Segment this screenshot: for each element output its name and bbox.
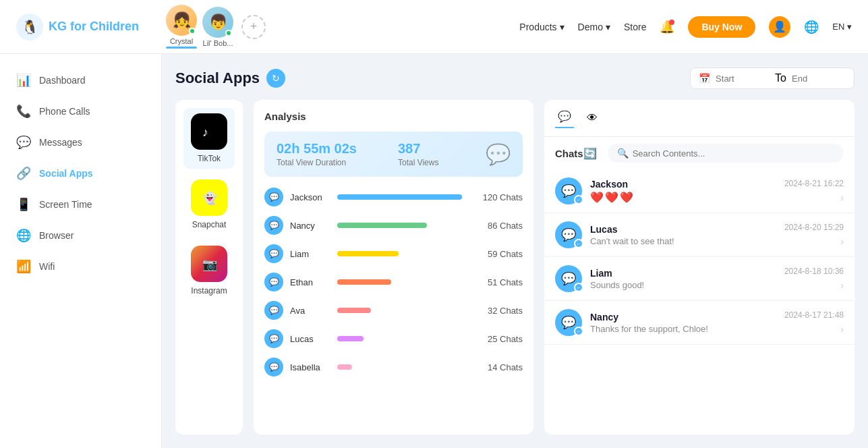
stat-duration: 02h 55m 02s Total View Duration — [277, 141, 357, 167]
bar-name: Nancy — [290, 221, 330, 231]
chats-header: Chats 🔄 🔍 — [544, 137, 855, 169]
sidebar-item-dashboard[interactable]: 📊 Dashboard — [0, 65, 161, 96]
date-end-input[interactable] — [792, 74, 846, 84]
page-title-wrap: Social Apps ↻ — [175, 69, 285, 88]
tiktok-icon: ♪ — [191, 113, 227, 150]
search-wrap: 🔍 — [608, 144, 844, 163]
screen-time-icon: 📱 — [16, 197, 31, 212]
refresh-button[interactable]: ↻ — [266, 69, 285, 88]
user-bob[interactable]: 👦 Lil' Bob... — [202, 7, 233, 47]
social-apps-icon: 🔗 — [16, 166, 31, 181]
globe-icon[interactable]: 🌐 — [804, 20, 819, 34]
logo[interactable]: 🐧 KG for Children — [16, 13, 139, 40]
chat-info: Jackson ❤️❤️❤️ — [590, 179, 776, 204]
progress-bar — [337, 194, 462, 200]
search-input[interactable] — [633, 148, 834, 159]
chat-meta: 2024-8-21 16:22 › — [784, 179, 844, 203]
app-item-instagram[interactable]: 📷 Instagram — [183, 240, 235, 301]
nav-right: Products ▾ Demo ▾ Store 🔔 Buy Now 👤 🌐 EN… — [519, 16, 852, 38]
chat-list-item[interactable]: 💬 ← Nancy Thanks for the support, Chloe!… — [544, 301, 855, 345]
sidebar-item-messages[interactable]: 💬 Messages — [0, 127, 161, 158]
chevron-right-icon: › — [840, 236, 844, 247]
messages-icon: 💬 — [16, 135, 31, 150]
sidebar-item-screen-time[interactable]: 📱 Screen Time — [0, 189, 161, 220]
views-value: 387 — [398, 141, 438, 157]
sidebar-item-browser[interactable]: 🌐 Browser — [0, 220, 161, 251]
date-range-picker[interactable]: 📅 To — [690, 67, 855, 89]
chat-bar-item: 💬 Ethan 51 Chats — [264, 273, 523, 291]
duration-label: Total View Duration — [277, 158, 357, 167]
dashboard-icon: 📊 — [16, 73, 31, 88]
main-layout: 📊 Dashboard 📞 Phone Calls 💬 Messages 🔗 S… — [0, 54, 868, 448]
language-selector[interactable]: EN ▾ — [832, 22, 852, 32]
duration-value: 02h 55m 02s — [277, 141, 357, 157]
chat-info: Nancy Thanks for the support, Chloe! — [590, 312, 776, 334]
demo-nav[interactable]: Demo ▾ — [578, 22, 610, 32]
calendar-icon: 📅 — [699, 73, 710, 84]
chat-time: 2024-8-21 16:22 — [784, 179, 844, 188]
notification-bell[interactable]: 🔔 — [660, 20, 674, 34]
panels: ♪ TikTok 👻 Snapchat 📷 Instagram — [175, 100, 855, 435]
tab-monitor[interactable]: 👁 — [582, 108, 602, 128]
chat-preview: ❤️❤️❤️ — [590, 191, 776, 204]
bar-name: Isabella — [290, 362, 330, 372]
date-separator: To — [775, 72, 786, 84]
chat-list-item[interactable]: 💬 ← Lucas Can't wait to see that! 2024-8… — [544, 213, 855, 257]
chat-list-item[interactable]: 💬 ← Jackson ❤️❤️❤️ 2024-8-21 16:22 › — [544, 169, 855, 213]
bar-wrap — [337, 308, 462, 313]
user-crystal[interactable]: 👧 Crystal — [166, 5, 197, 49]
chevron-right-icon: › — [840, 280, 844, 291]
apps-panel: ♪ TikTok 👻 Snapchat 📷 Instagram — [175, 100, 243, 435]
chat-bar-item: 💬 Isabella 14 Chats — [264, 358, 523, 376]
heart-icons: ❤️❤️❤️ — [590, 192, 635, 203]
chats-label: Chats — [555, 148, 583, 159]
logo-icon: 🐧 — [16, 13, 43, 40]
sidebar-item-label: Browser — [39, 230, 74, 241]
progress-bar — [337, 364, 352, 370]
sync-icon[interactable]: 🔄 — [583, 147, 597, 160]
bar-avatar: 💬 — [264, 358, 283, 376]
app-item-tiktok[interactable]: ♪ TikTok — [183, 108, 235, 169]
sidebar-item-label: Social Apps — [39, 168, 93, 179]
tab-chats[interactable]: 💬 — [555, 108, 574, 128]
progress-bar — [337, 279, 391, 285]
views-label: Total Views — [398, 158, 438, 167]
date-start-input[interactable] — [716, 74, 770, 84]
chat-preview-text: Can't wait to see that! — [590, 236, 674, 246]
progress-bar — [337, 251, 399, 256]
chat-list-item[interactable]: 💬 ← Liam Sounds good! 2024-8-18 10:36 › — [544, 257, 855, 301]
add-user-button[interactable]: + — [241, 15, 266, 39]
sidebar-item-social-apps[interactable]: 🔗 Social Apps — [0, 158, 161, 189]
user-menu-icon[interactable]: 👤 — [769, 16, 790, 38]
page-title: Social Apps — [175, 69, 260, 87]
sidebar-item-wifi[interactable]: 📶 Wifi — [0, 251, 161, 282]
sidebar-item-label: Dashboard — [39, 75, 86, 86]
chevron-down-icon: ▾ — [560, 22, 565, 32]
chevron-down-icon: ▾ — [606, 22, 610, 32]
sidebar-item-label: Wifi — [39, 261, 55, 272]
analysis-title: Analysis — [264, 111, 523, 122]
active-line — [166, 47, 197, 49]
bar-name: Lucas — [290, 334, 330, 344]
sidebar: 📊 Dashboard 📞 Phone Calls 💬 Messages 🔗 S… — [0, 54, 162, 448]
sidebar-item-phone-calls[interactable]: 📞 Phone Calls — [0, 96, 161, 127]
bar-wrap — [337, 279, 462, 285]
chat-info: Lucas Can't wait to see that! — [590, 224, 776, 246]
bar-name: Ethan — [290, 277, 330, 287]
chat-bar-item: 💬 Ava 32 Chats — [264, 301, 523, 320]
chat-count: 120 Chats — [469, 192, 523, 202]
phone-icon: 📞 — [16, 104, 31, 119]
bar-avatar: 💬 — [264, 188, 283, 206]
chat-bar-item: 💬 Nancy 86 Chats — [264, 216, 523, 235]
buy-now-button[interactable]: Buy Now — [688, 16, 755, 38]
snapchat-icon: 👻 — [191, 179, 227, 216]
sidebar-item-label: Messages — [39, 137, 82, 148]
app-item-snapchat[interactable]: 👻 Snapchat — [183, 174, 235, 235]
sidebar-item-label: Screen Time — [39, 199, 92, 210]
bar-wrap — [337, 223, 462, 228]
crystal-avatar: 👧 — [166, 5, 197, 36]
chat-time: 2024-8-20 15:29 — [784, 223, 844, 232]
store-nav[interactable]: Store — [624, 22, 646, 32]
products-nav[interactable]: Products ▾ — [519, 22, 564, 32]
incoming-indicator: ← — [574, 283, 583, 292]
